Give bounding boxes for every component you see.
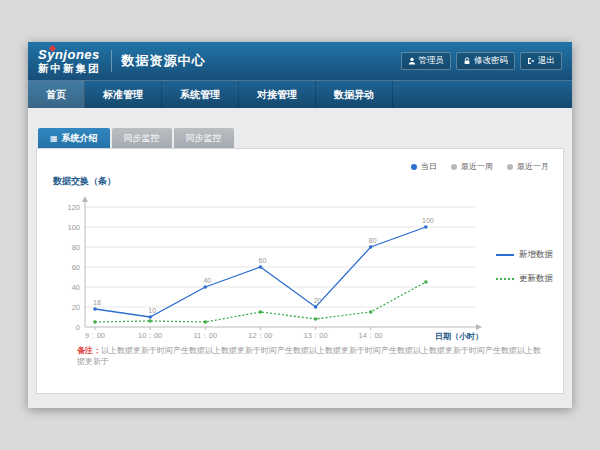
- logout-button[interactable]: 退出: [520, 52, 562, 70]
- filter-last-week[interactable]: 最近一周: [451, 161, 493, 172]
- admin-button[interactable]: 管理员: [401, 52, 452, 70]
- svg-text:20: 20: [314, 297, 322, 304]
- filter-today[interactable]: 当日: [411, 161, 437, 172]
- svg-text:60: 60: [72, 263, 80, 272]
- filter-last-month[interactable]: 最近一月: [507, 161, 549, 172]
- logo-text-en: Synjones: [38, 48, 100, 61]
- grid-icon: ▦: [50, 134, 58, 143]
- footnote: 备注：以上数据更新于时间产生数据以上数据更新于时间产生数据以上数据更新于时间产生…: [77, 345, 547, 367]
- content-area: ▦ 系统介绍 同步监控 同步监控 当日: [28, 108, 572, 408]
- main-nav: 首页 标准管理 系统管理 对接管理 数据异动: [28, 80, 572, 108]
- desktop-background: Synjones 新中新集团 数据资源中心 管理员 修改密码: [0, 0, 600, 450]
- svg-text:18: 18: [93, 299, 101, 306]
- tab-sync-monitor-1-label: 同步监控: [124, 132, 160, 145]
- logout-button-label: 退出: [538, 55, 555, 67]
- time-filter-legend: 当日 最近一周 最近一月: [411, 161, 549, 172]
- admin-button-label: 管理员: [419, 55, 445, 67]
- user-icon: [408, 57, 416, 65]
- tab-sync-monitor-1[interactable]: 同步监控: [112, 128, 172, 148]
- filter-last-month-dot-icon: [507, 164, 513, 170]
- svg-text:80: 80: [369, 237, 377, 244]
- tab-bar: ▦ 系统介绍 同步监控 同步监控: [38, 128, 234, 148]
- series-legend: 新增数据 更新数据: [496, 249, 553, 285]
- app-window: Synjones 新中新集团 数据资源中心 管理员 修改密码: [28, 42, 572, 408]
- app-header: Synjones 新中新集团 数据资源中心 管理员 修改密码: [28, 42, 572, 80]
- svg-text:80: 80: [72, 243, 80, 252]
- logout-icon: [527, 57, 535, 65]
- tab-sync-monitor-2[interactable]: 同步监控: [174, 128, 234, 148]
- svg-text:40: 40: [203, 277, 211, 284]
- svg-text:60: 60: [259, 257, 267, 264]
- filter-today-label: 当日: [421, 161, 437, 172]
- tab-sync-monitor-2-label: 同步监控: [186, 132, 222, 145]
- nav-item-data-change[interactable]: 数据异动: [316, 81, 393, 108]
- nav-item-connect-mgmt[interactable]: 对接管理: [239, 81, 316, 108]
- filter-last-week-label: 最近一周: [461, 161, 493, 172]
- svg-text:12：00: 12：00: [248, 331, 272, 340]
- svg-text:10：00: 10：00: [138, 331, 162, 340]
- svg-text:13：00: 13：00: [303, 331, 327, 340]
- nav-item-home[interactable]: 首页: [28, 81, 85, 108]
- y-axis-title: 数据交换（条）: [53, 175, 116, 188]
- data-exchange-line-chart: 0204060801001209：0010：0011：0012：0013：001…: [53, 193, 485, 351]
- svg-text:120: 120: [67, 203, 80, 212]
- svg-text:0: 0: [76, 323, 80, 332]
- svg-text:20: 20: [72, 303, 80, 312]
- series-updated-data[interactable]: 更新数据: [496, 273, 553, 285]
- logo-text-cn: 新中新集团: [38, 63, 101, 74]
- chart-panel: 当日 最近一周 最近一月 数据交换（条） 0204060801001209：00…: [36, 148, 564, 394]
- dotted-line-icon: [496, 278, 514, 280]
- header-divider: [111, 50, 112, 72]
- tab-system-intro-label: 系统介绍: [62, 132, 98, 145]
- synjones-logo: Synjones 新中新集团: [38, 48, 101, 74]
- footnote-label: 备注：: [77, 346, 101, 355]
- series-new-data[interactable]: 新增数据: [496, 249, 553, 261]
- filter-last-week-dot-icon: [451, 164, 457, 170]
- svg-text:9：00: 9：00: [85, 331, 105, 340]
- svg-text:100: 100: [67, 223, 80, 232]
- nav-item-system-mgmt[interactable]: 系统管理: [162, 81, 239, 108]
- series-updated-data-label: 更新数据: [519, 273, 553, 285]
- series-new-data-label: 新增数据: [519, 249, 553, 261]
- filter-today-dot-icon: [411, 164, 417, 170]
- page-title: 数据资源中心: [122, 52, 206, 70]
- svg-text:14：00: 14：00: [359, 331, 383, 340]
- change-password-button[interactable]: 修改密码: [456, 52, 515, 70]
- solid-line-icon: [496, 254, 514, 256]
- tab-system-intro[interactable]: ▦ 系统介绍: [38, 128, 110, 148]
- svg-text:11：00: 11：00: [193, 331, 217, 340]
- svg-text:100: 100: [422, 217, 434, 224]
- filter-last-month-label: 最近一月: [517, 161, 549, 172]
- svg-text:40: 40: [72, 283, 80, 292]
- footnote-text: 以上数据更新于时间产生数据以上数据更新于时间产生数据以上数据更新于时间产生数据以…: [77, 346, 541, 366]
- svg-text:10: 10: [148, 307, 156, 314]
- svg-text:日期（小时）: 日期（小时）: [435, 332, 483, 341]
- header-actions: 管理员 修改密码 退出: [401, 52, 563, 70]
- nav-item-standard-mgmt[interactable]: 标准管理: [85, 81, 162, 108]
- lock-icon: [463, 57, 471, 65]
- change-password-button-label: 修改密码: [474, 55, 508, 67]
